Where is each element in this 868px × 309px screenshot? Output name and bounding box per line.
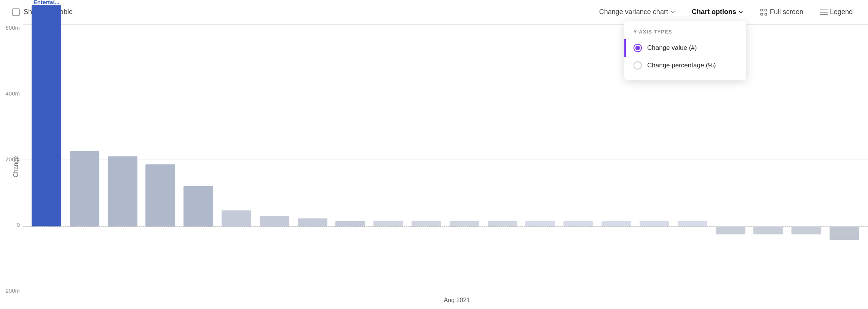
bar-group — [181, 24, 216, 294]
bar — [678, 221, 707, 226]
x-axis-label: Aug 2021 — [444, 297, 470, 304]
bar — [183, 186, 213, 226]
chevron-down-icon — [670, 10, 675, 14]
svg-rect-1 — [765, 9, 767, 11]
svg-rect-0 — [761, 9, 763, 11]
dropdown-option-change_value[interactable]: Change value (#) — [624, 39, 746, 57]
bar — [716, 226, 745, 234]
bar-group — [751, 24, 786, 294]
y-tick: 600m — [5, 24, 20, 31]
bar-group — [67, 24, 102, 294]
option-label-change_value: Change value (#) — [647, 44, 697, 52]
y-axis-types-title: Y-AXIS TYPES — [624, 29, 746, 39]
bar — [563, 221, 593, 226]
bar — [145, 164, 175, 226]
y-tick: -200m — [3, 287, 20, 294]
y-ticks: 600m400m200m0-200m — [0, 24, 23, 294]
chart-options-button[interactable]: Chart options — [689, 6, 746, 18]
bar — [335, 221, 365, 226]
y-tick: 400m — [5, 90, 20, 97]
change-variance-button[interactable]: Change variance chart — [596, 6, 678, 18]
bar — [222, 210, 251, 226]
svg-rect-2 — [761, 13, 763, 15]
fullscreen-icon — [760, 8, 767, 16]
bar — [373, 221, 403, 226]
bar — [488, 221, 517, 226]
bar-group — [827, 24, 862, 294]
bar — [602, 221, 631, 226]
bar — [298, 218, 327, 226]
bar-group — [561, 24, 596, 294]
bar-group — [485, 24, 520, 294]
dropdown-option-change_percentage[interactable]: Change percentage (%) — [624, 57, 746, 74]
y-tick: 0 — [17, 221, 20, 228]
radio-button-change_value[interactable] — [633, 44, 642, 52]
y-tick: 200m — [5, 156, 20, 162]
legend-label: Legend — [830, 8, 853, 16]
checkbox-input[interactable] — [12, 8, 20, 16]
radio-button-change_percentage[interactable] — [633, 61, 642, 70]
bar-group — [447, 24, 482, 294]
bar — [640, 221, 669, 226]
bar-group — [523, 24, 558, 294]
bar — [450, 221, 479, 226]
bar — [70, 151, 99, 226]
grid-line — [23, 294, 868, 294]
chevron-down-icon-2 — [739, 10, 743, 14]
bar — [260, 216, 289, 226]
bar — [753, 226, 783, 234]
bar-group — [143, 24, 178, 294]
legend-icon — [820, 9, 828, 15]
full-screen-label: Full screen — [770, 8, 803, 16]
legend-button[interactable]: Legend — [817, 6, 856, 18]
svg-rect-3 — [765, 13, 767, 15]
toolbar-right: Change variance chart Chart options Full… — [596, 6, 856, 18]
bar-group — [333, 24, 368, 294]
bar-group — [295, 24, 330, 294]
option-label-change_percentage: Change percentage (%) — [647, 62, 716, 69]
bar — [412, 221, 441, 226]
toolbar: Show data table Change variance chart Ch… — [0, 0, 868, 24]
bar-label: Entertai... — [34, 0, 59, 5]
bar-group — [105, 24, 140, 294]
chart-options-label: Chart options — [692, 8, 736, 16]
bar — [525, 221, 555, 226]
bar-group — [409, 24, 444, 294]
bar — [791, 226, 821, 234]
bar-group: Entertai... — [29, 24, 64, 294]
full-screen-button[interactable]: Full screen — [757, 6, 806, 18]
bar — [32, 5, 61, 226]
bar — [108, 156, 137, 226]
bar — [830, 226, 859, 240]
bar-group — [371, 24, 406, 294]
bar-group — [219, 24, 254, 294]
bar-group — [257, 24, 292, 294]
bar-group — [789, 24, 824, 294]
chart-options-dropdown: Y-AXIS TYPES Change value (#)Change perc… — [624, 21, 746, 80]
change-variance-label: Change variance chart — [599, 8, 668, 16]
